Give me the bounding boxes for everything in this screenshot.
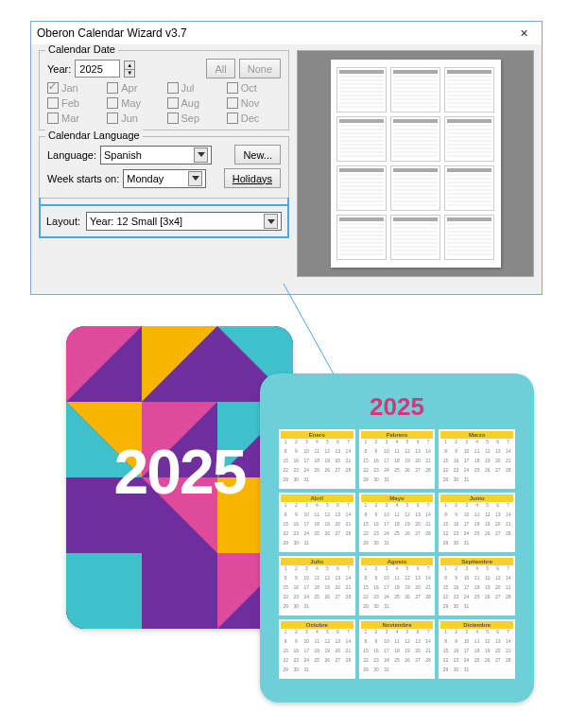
cal-month-days: 1234567891011121314151617181920212223242…	[361, 503, 434, 550]
cal-month: Julio12345678910111213141516171819202122…	[279, 556, 355, 615]
cal-month-days: 1234567891011121314151617181920212223242…	[281, 630, 353, 677]
month-label: Feb	[61, 97, 79, 109]
cal-month-header: Junio	[440, 494, 513, 502]
all-button[interactable]: All	[206, 59, 234, 78]
checkbox-icon	[227, 82, 238, 94]
cal-month: Febrero123456789101112131415161718192021…	[359, 429, 436, 489]
calendar-wizard-dialog: Oberon Calendar Wizard v3.7 Calendar Dat…	[30, 21, 543, 295]
month-label: May	[121, 97, 141, 109]
month-check-may[interactable]: May	[107, 97, 161, 109]
month-label: Aug	[181, 97, 200, 109]
chevron-down-icon	[194, 147, 208, 163]
cal-month-header: Noviembre	[361, 621, 434, 629]
layout-select[interactable]: Year: 12 Small [3x4]	[86, 212, 282, 231]
cal-month-header: Julio	[281, 558, 353, 565]
cal-month-header: Mayo	[361, 494, 434, 502]
preview-pane	[297, 50, 534, 277]
month-label: Mar	[61, 113, 79, 124]
spinner-up-icon[interactable]: ▲	[124, 61, 135, 69]
month-label: Jan	[61, 82, 78, 94]
month-label: Nov	[241, 97, 260, 109]
cal-month-days: 1234567891011121314151617181920212223242…	[440, 566, 513, 614]
cover-card: 2025	[66, 326, 293, 629]
layout-row: Layout: Year: 12 Small [3x4]	[39, 204, 289, 238]
cover-year: 2025	[66, 436, 293, 508]
cal-month: Junio12345678910111213141516171819202122…	[439, 493, 515, 552]
chevron-down-icon	[264, 214, 278, 229]
dialog-title: Oberon Calendar Wizard v3.7	[37, 26, 511, 40]
calendar-date-group-title: Calendar Date	[45, 43, 118, 55]
cal-month-header: Agosto	[361, 558, 434, 565]
checkbox-icon	[107, 97, 118, 109]
language-label: Language:	[47, 149, 96, 161]
mini-month	[390, 215, 440, 260]
month-check-mar[interactable]: Mar	[47, 113, 101, 124]
cal-month-days: 1234567891011121314151617181920212223242…	[440, 440, 513, 487]
calendar-card-grid: Enero12345678910111213141516171819202122…	[279, 429, 515, 679]
mini-month	[444, 215, 494, 260]
checkbox-icon	[47, 113, 59, 124]
mini-month	[390, 116, 440, 162]
cal-month-days: 1234567891011121314151617181920212223242…	[361, 566, 434, 614]
none-button[interactable]: None	[239, 59, 281, 78]
month-check-aug[interactable]: Aug	[167, 97, 221, 109]
month-check-apr[interactable]: Apr	[107, 82, 161, 94]
mini-month	[336, 67, 387, 113]
cal-month: Noviembre1234567891011121314151617181920…	[359, 619, 436, 679]
month-check-jun[interactable]: Jun	[107, 113, 161, 124]
week-starts-value: Monday	[127, 173, 164, 184]
month-label: Jun	[121, 113, 138, 124]
year-label: Year:	[47, 63, 71, 75]
year-input[interactable]	[75, 60, 120, 78]
month-label: Jul	[181, 82, 195, 94]
checkbox-icon	[227, 97, 238, 109]
cal-month-days: 1234567891011121314151617181920212223242…	[361, 630, 434, 677]
month-check-oct[interactable]: Oct	[227, 82, 281, 94]
mini-month	[336, 116, 387, 162]
calendar-language-group: Calendar Language Language: Spanish New.…	[39, 136, 289, 199]
new-language-button[interactable]: New...	[234, 145, 281, 165]
month-label: Oct	[241, 82, 257, 94]
mini-month	[336, 165, 387, 211]
cal-month: Mayo123456789101112131415161718192021222…	[359, 493, 436, 552]
month-check-jan[interactable]: Jan	[47, 82, 101, 94]
layout-label: Layout:	[46, 216, 80, 227]
calendar-card: 2025 Enero123456789101112131415161718192…	[260, 373, 534, 702]
mini-month	[336, 215, 387, 260]
output-preview-area: 2025 2025 Enero1234567891011121314151617…	[47, 326, 548, 704]
cal-month-header: Febrero	[361, 431, 434, 439]
checkbox-icon	[47, 82, 59, 94]
checkbox-icon	[167, 82, 179, 94]
cal-month-days: 1234567891011121314151617181920212223242…	[361, 440, 434, 487]
cal-month: Agosto1234567891011121314151617181920212…	[359, 556, 436, 615]
language-select[interactable]: Spanish	[100, 146, 212, 165]
checkbox-icon	[107, 82, 118, 94]
cal-month: Diciembre1234567891011121314151617181920…	[439, 619, 515, 679]
mini-month	[444, 67, 494, 113]
language-select-value: Spanish	[104, 149, 142, 161]
week-starts-select[interactable]: Monday	[123, 169, 206, 188]
cal-month-header: Septiembre	[440, 558, 513, 565]
checkbox-icon	[107, 113, 118, 124]
month-check-nov[interactable]: Nov	[227, 97, 281, 109]
holidays-button[interactable]: Holidays	[224, 168, 281, 188]
mini-month	[390, 165, 440, 211]
calendar-card-year: 2025	[279, 392, 515, 422]
month-check-jul[interactable]: Jul	[167, 82, 221, 94]
checkbox-icon	[227, 113, 238, 124]
checkbox-icon	[167, 97, 179, 109]
titlebar: Oberon Calendar Wizard v3.7	[31, 22, 542, 44]
month-check-dec[interactable]: Dec	[227, 113, 281, 124]
month-checkbox-grid: JanAprJulOctFebMayAugNovMarJunSepDec	[47, 82, 281, 124]
checkbox-icon	[47, 97, 59, 109]
close-icon[interactable]	[511, 24, 536, 43]
cal-month-days: 1234567891011121314151617181920212223242…	[440, 630, 513, 677]
cal-month-days: 1234567891011121314151617181920212223242…	[281, 566, 353, 614]
mini-month	[390, 67, 440, 113]
spinner-down-icon[interactable]: ▼	[124, 69, 135, 78]
cal-month: Octubre123456789101112131415161718192021…	[279, 619, 355, 679]
cal-month-header: Diciembre	[440, 621, 513, 629]
year-spinner[interactable]: ▲▼	[124, 61, 135, 78]
month-check-feb[interactable]: Feb	[47, 97, 101, 109]
month-check-sep[interactable]: Sep	[167, 113, 221, 124]
